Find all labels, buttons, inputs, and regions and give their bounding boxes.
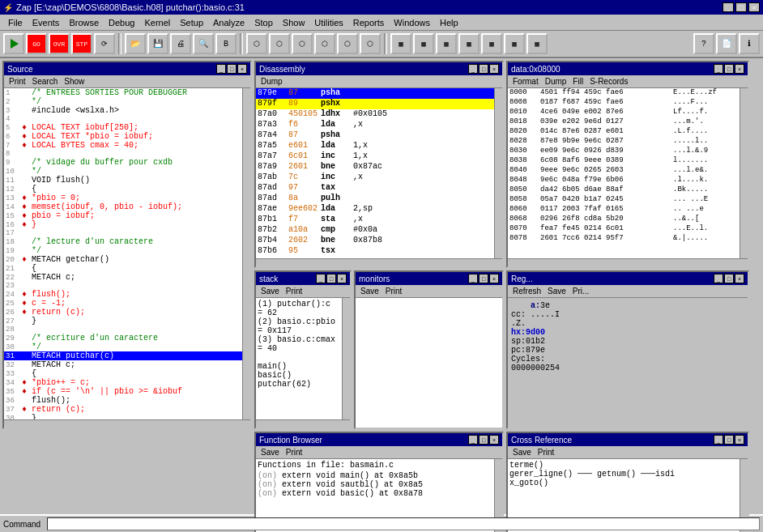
menu-browse[interactable]: Browse: [64, 17, 104, 28]
tb4-2[interactable]: ▦: [413, 33, 434, 54]
docs-btn[interactable]: 📄: [716, 33, 737, 54]
source-minimize[interactable]: _: [216, 64, 226, 74]
maximize-button[interactable]: □: [735, 2, 747, 12]
data-menu-dump[interactable]: Dump: [542, 77, 570, 86]
menu-stop[interactable]: Stop: [249, 17, 278, 28]
step-button[interactable]: GO: [26, 33, 47, 54]
find-button[interactable]: 🔍: [193, 33, 214, 54]
menu-debug[interactable]: Debug: [104, 17, 139, 28]
data-menu-srecords[interactable]: S-Records: [586, 77, 631, 86]
tb3-4[interactable]: ⬡: [314, 33, 335, 54]
tb4-4[interactable]: ▦: [458, 33, 480, 54]
reg-menu-save[interactable]: Save: [544, 287, 569, 296]
save-button[interactable]: 💾: [147, 33, 168, 54]
func-menu-save[interactable]: Save: [258, 448, 283, 457]
breakpoint-button[interactable]: B: [215, 33, 237, 54]
reg-hx: hx:9d00: [511, 328, 744, 337]
monitors-save2[interactable]: Save: [357, 287, 382, 296]
data-maximize[interactable]: □: [724, 64, 734, 74]
menu-analyze[interactable]: Analyze: [208, 17, 249, 28]
tb3-6[interactable]: ⬡: [360, 33, 381, 54]
command-input[interactable]: [47, 517, 760, 530]
stack-menu-print[interactable]: Print: [283, 287, 306, 296]
source-menu-show[interactable]: Show: [61, 77, 87, 86]
disasm-minimize[interactable]: _: [468, 64, 478, 74]
tb3-5[interactable]: ⬡: [337, 33, 358, 54]
stack-close[interactable]: ×: [337, 274, 347, 283]
reg-cc: cc: .....I: [511, 310, 744, 319]
disasm-close[interactable]: ×: [489, 64, 499, 74]
stack-menu-save[interactable]: Save: [258, 287, 283, 296]
xref-maximize[interactable]: □: [724, 435, 734, 445]
registers-panel: Reg... _ □ × Refresh Save Pri... a:3e cc…: [506, 270, 749, 429]
info-btn[interactable]: ℹ: [739, 33, 760, 54]
func-close[interactable]: ×: [489, 435, 499, 445]
source-scrollbar-h[interactable]: [4, 419, 250, 428]
func-minimize[interactable]: _: [468, 435, 478, 445]
menu-windows[interactable]: Windows: [389, 17, 435, 28]
data-titlebar-btns: _ □ ×: [714, 64, 744, 74]
disasm-menu-dump[interactable]: Dump: [258, 77, 286, 86]
menu-file[interactable]: File: [3, 17, 28, 28]
disasm-scrollbar-h[interactable]: [256, 258, 502, 266]
open-button[interactable]: 📂: [125, 33, 146, 54]
source-maximize[interactable]: □: [227, 64, 237, 74]
tb4-7[interactable]: ▦: [526, 33, 548, 54]
reg-close[interactable]: ×: [735, 274, 744, 283]
tb3-2[interactable]: ⬡: [269, 33, 290, 54]
stack-scrollbar-v[interactable]: [342, 298, 350, 419]
tb3-1[interactable]: ⬡: [246, 33, 267, 54]
reset-button[interactable]: ⟳: [94, 33, 115, 54]
stack-minimize[interactable]: _: [316, 274, 326, 283]
menu-utilities[interactable]: Utilities: [309, 17, 347, 28]
stack-maximize[interactable]: □: [326, 274, 336, 283]
tb4-6[interactable]: ▦: [504, 33, 525, 54]
over-button[interactable]: OVR: [49, 33, 70, 54]
menu-events[interactable]: Events: [28, 17, 65, 28]
func-menu-print[interactable]: Print: [283, 448, 306, 457]
tb4-1[interactable]: ▦: [390, 33, 411, 54]
menu-show[interactable]: Show: [278, 17, 310, 28]
minimize-button[interactable]: _: [723, 2, 734, 12]
func-maximize[interactable]: □: [479, 435, 488, 445]
reg-menu-refresh[interactable]: Refresh: [509, 287, 544, 296]
tb3-3[interactable]: ⬡: [292, 33, 313, 54]
reg-maximize[interactable]: □: [724, 274, 734, 283]
menu-kernel[interactable]: Kernel: [139, 17, 175, 28]
source-scrollbar-v[interactable]: [242, 88, 250, 419]
disasm-content-area: 879e 87 psha 879f 89 pshx 87a0 450105 ld…: [256, 88, 502, 258]
data-menu-fill[interactable]: Fill: [569, 77, 586, 86]
xref-minimize[interactable]: _: [714, 435, 723, 445]
run-button[interactable]: [3, 33, 24, 54]
print-button[interactable]: 🖨: [170, 33, 191, 54]
menu-reports[interactable]: Reports: [348, 17, 390, 28]
menu-setup[interactable]: Setup: [175, 17, 208, 28]
data-menu-format[interactable]: Format: [509, 77, 542, 86]
stop-button[interactable]: STP: [71, 33, 92, 54]
data-close[interactable]: ×: [735, 64, 744, 74]
close-button[interactable]: ×: [748, 2, 760, 12]
tb4-5[interactable]: ▦: [481, 33, 502, 54]
disasm-maximize[interactable]: □: [479, 64, 488, 74]
reg-menu-pri[interactable]: Pri...: [569, 287, 593, 296]
xref-menu-print[interactable]: Print: [535, 448, 558, 457]
data-minimize[interactable]: _: [714, 64, 723, 74]
disasm-scrollbar-v[interactable]: [494, 88, 502, 258]
source-menu-print[interactable]: Print: [6, 77, 29, 86]
xref-close[interactable]: ×: [735, 435, 744, 445]
data-scrollbar-h[interactable]: [508, 258, 748, 266]
source-close[interactable]: ×: [237, 64, 247, 74]
tb4-3[interactable]: ▦: [436, 33, 457, 54]
source-menu-search[interactable]: Search: [29, 77, 62, 86]
monitors-max2[interactable]: □: [479, 274, 488, 283]
data-scrollbar-v[interactable]: [740, 88, 748, 258]
stack-scrollbar-h[interactable]: [256, 419, 350, 428]
monitors-print2[interactable]: Print: [382, 287, 406, 296]
menu-help[interactable]: Help: [435, 17, 463, 28]
monitors-min2[interactable]: _: [468, 274, 478, 283]
xref-menu-save[interactable]: Save: [509, 448, 535, 457]
reg-minimize[interactable]: _: [714, 274, 723, 283]
title-bar: ⚡ Zap [E:\zap\DEMOS\6808\Basic.h08] putc…: [0, 0, 763, 15]
monitors-close2[interactable]: ×: [489, 274, 499, 283]
help-icon-btn[interactable]: ?: [693, 33, 714, 54]
